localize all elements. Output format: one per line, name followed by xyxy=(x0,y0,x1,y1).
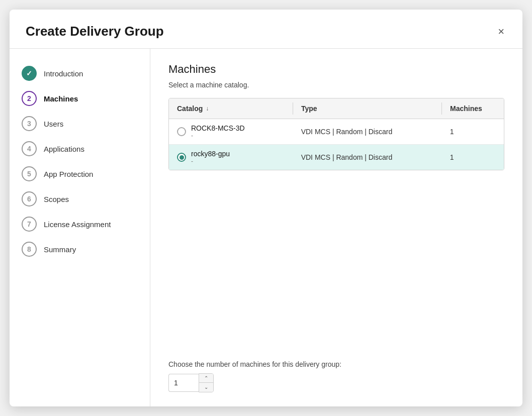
create-delivery-group-dialog: Create Delivery Group × ✓Introduction2Ma… xyxy=(10,10,522,406)
spinner-down-button[interactable]: ⌄ xyxy=(199,383,213,392)
step-circle-3: 3 xyxy=(22,116,37,131)
table-row[interactable]: ROCK8-MCS-3D-VDI MCS | Random | Discard1 xyxy=(169,119,504,145)
sidebar-step-3[interactable]: 3Users xyxy=(10,111,150,136)
sidebar: ✓Introduction2Machines3Users4Application… xyxy=(10,49,150,406)
sidebar-step-4[interactable]: 4Applications xyxy=(10,136,150,161)
column-catalog: Catalog ↓ xyxy=(169,98,293,119)
table-row[interactable]: rocky88-gpu-VDI MCS | Random | Discard1 xyxy=(169,145,504,170)
sidebar-step-6[interactable]: 6Scopes xyxy=(10,186,150,212)
radio-button-1[interactable] xyxy=(177,153,186,162)
spinner-buttons: ⌃ ⌄ xyxy=(199,373,214,392)
number-input-wrapper: ⌃ ⌄ xyxy=(168,373,504,392)
column-catalog-label: Catalog xyxy=(177,105,203,113)
step-label-2: Machines xyxy=(44,94,78,103)
spinner-up-button[interactable]: ⌃ xyxy=(199,374,213,383)
catalog-table: Catalog ↓ Type Machines ROCK8-MCS-3D-VDI… xyxy=(168,98,504,170)
catalog-sub-1: - xyxy=(191,158,230,165)
sidebar-step-1[interactable]: ✓Introduction xyxy=(10,61,150,86)
sidebar-step-5[interactable]: 5App Protection xyxy=(10,161,150,186)
column-type-label: Type xyxy=(301,105,317,113)
sidebar-step-2[interactable]: 2Machines xyxy=(10,86,150,111)
machines-cell-0: 1 xyxy=(442,123,504,141)
step-circle-7: 7 xyxy=(22,217,37,232)
dialog-title: Create Delivery Group xyxy=(26,24,164,39)
step-label-7: License Assignment xyxy=(44,220,111,229)
table-body: ROCK8-MCS-3D-VDI MCS | Random | Discard1… xyxy=(169,119,504,170)
dialog-header: Create Delivery Group × xyxy=(10,10,522,49)
machines-count-section: Choose the number of machines for this d… xyxy=(168,360,504,392)
step-label-8: Summary xyxy=(44,245,76,254)
step-label-1: Introduction xyxy=(44,69,83,78)
catalog-name-0: ROCK8-MCS-3D xyxy=(191,124,245,132)
step-label-6: Scopes xyxy=(44,195,69,203)
close-button[interactable]: × xyxy=(496,24,506,39)
column-type: Type xyxy=(293,98,441,119)
catalog-sub-0: - xyxy=(191,132,245,139)
dialog-body: ✓Introduction2Machines3Users4Application… xyxy=(10,49,522,406)
step-label-4: Applications xyxy=(44,145,84,153)
catalog-name-1: rocky88-gpu xyxy=(191,150,230,158)
empty-area xyxy=(168,184,504,360)
section-title: Machines xyxy=(168,63,504,76)
sort-icon: ↓ xyxy=(206,105,209,112)
step-circle-8: 8 xyxy=(22,242,37,257)
step-circle-4: 4 xyxy=(22,141,37,156)
main-content: Machines Select a machine catalog. Catal… xyxy=(150,49,522,406)
radio-button-0[interactable] xyxy=(177,127,186,136)
machines-cell-1: 1 xyxy=(442,148,504,166)
column-machines-label: Machines xyxy=(450,105,482,113)
catalog-cell-1: rocky88-gpu- xyxy=(169,145,293,170)
step-circle-2: 2 xyxy=(22,91,37,106)
machines-count-label: Choose the number of machines for this d… xyxy=(168,360,504,368)
step-circle-6: 6 xyxy=(22,191,37,206)
machines-count-input[interactable] xyxy=(168,374,199,392)
step-circle-5: 5 xyxy=(22,166,37,181)
sidebar-step-8[interactable]: 8Summary xyxy=(10,237,150,262)
step-label-5: App Protection xyxy=(44,170,93,178)
type-cell-0: VDI MCS | Random | Discard xyxy=(293,123,442,141)
step-label-3: Users xyxy=(44,120,63,128)
type-cell-1: VDI MCS | Random | Discard xyxy=(293,148,442,166)
catalog-cell-0: ROCK8-MCS-3D- xyxy=(169,119,293,144)
column-machines: Machines xyxy=(442,98,504,119)
step-circle-1: ✓ xyxy=(22,66,37,81)
sidebar-step-7[interactable]: 7License Assignment xyxy=(10,212,150,237)
section-subtitle: Select a machine catalog. xyxy=(168,81,504,89)
table-header: Catalog ↓ Type Machines xyxy=(169,98,504,119)
